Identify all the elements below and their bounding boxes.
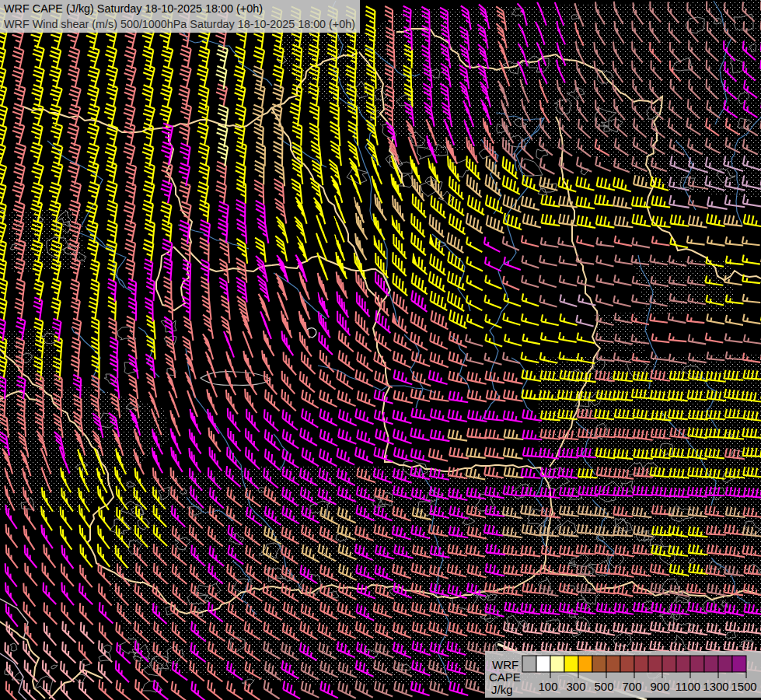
svg-text:1100: 1100 <box>675 680 700 693</box>
svg-text:500: 500 <box>594 680 613 693</box>
svg-text:J/kg: J/kg <box>491 683 513 696</box>
svg-text:1300: 1300 <box>703 680 728 693</box>
svg-text:300: 300 <box>566 680 585 693</box>
svg-text:700: 700 <box>622 680 641 693</box>
svg-text:WRF Wind shear (m/s) 500/1000h: WRF Wind shear (m/s) 500/1000hPa Saturda… <box>4 17 355 30</box>
svg-text:WRF: WRF <box>492 658 518 671</box>
svg-text:900: 900 <box>650 680 669 693</box>
svg-text:CAPE: CAPE <box>489 670 521 684</box>
svg-text:1500: 1500 <box>731 680 756 693</box>
svg-text:100: 100 <box>538 680 557 693</box>
svg-text:WRF CAPE (J/kg) Saturday 18-10: WRF CAPE (J/kg) Saturday 18-10-2025 18:0… <box>4 2 263 15</box>
